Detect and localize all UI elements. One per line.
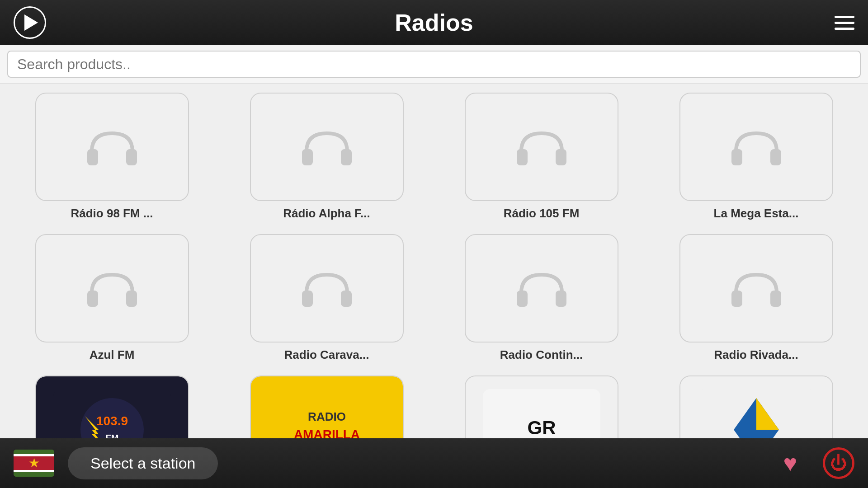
station-card[interactable]: La Mega Esta... <box>658 93 854 221</box>
station-name: La Mega Esta... <box>714 206 799 221</box>
svg-rect-13 <box>556 291 566 307</box>
headphone-icon <box>83 261 142 315</box>
svg-rect-10 <box>302 291 313 307</box>
power-button[interactable]: ⏻ <box>823 447 854 479</box>
page-title: Radios <box>395 9 473 36</box>
radio-103-logo-svg: 103.9 FM <box>53 389 171 439</box>
station-icon-box-logo: 103.9 FM <box>35 375 189 439</box>
station-card[interactable]: GR RADIO GR Radio <box>443 375 640 439</box>
power-icon: ⏻ <box>830 454 847 473</box>
svg-rect-5 <box>556 149 566 165</box>
svg-rect-12 <box>517 291 528 307</box>
country-flag: ★ <box>14 450 54 477</box>
svg-rect-8 <box>87 291 98 307</box>
station-name: Azul FM <box>90 348 135 362</box>
station-card[interactable]: RADIO Diamond Radio <box>658 375 854 439</box>
station-card[interactable]: Radio Carava... <box>228 234 425 362</box>
station-card[interactable]: RADIO AMARILLA ● Radio Amarilla <box>228 375 425 439</box>
gr-radio-logo-svg: GR RADIO <box>483 389 600 439</box>
station-card[interactable]: Rádio Alpha F... <box>228 93 425 221</box>
headphone-icon <box>512 261 571 315</box>
station-name: Rádio 105 FM <box>504 206 580 221</box>
play-icon <box>24 14 38 31</box>
app-header: Radios <box>0 0 868 45</box>
svg-rect-7 <box>770 149 781 165</box>
svg-rect-6 <box>731 149 742 165</box>
station-icon-box <box>465 93 618 201</box>
station-icon-box <box>250 234 404 343</box>
svg-text:GR: GR <box>527 417 556 438</box>
headphone-icon <box>512 120 571 174</box>
headphone-icon <box>297 120 356 174</box>
station-logo-gr: GR RADIO <box>466 376 618 439</box>
search-input[interactable] <box>7 51 861 78</box>
svg-rect-9 <box>126 291 137 307</box>
svg-rect-11 <box>341 291 352 307</box>
station-icon-box-logo: RADIO AMARILLA ● <box>250 375 404 439</box>
svg-text:103.9: 103.9 <box>96 414 127 428</box>
station-card[interactable]: Azul FM <box>14 234 210 362</box>
headphone-icon <box>727 120 786 174</box>
station-card[interactable]: Rádio 98 FM ... <box>14 93 210 221</box>
play-button[interactable] <box>14 6 46 39</box>
station-icon-box-logo: RADIO <box>679 375 833 439</box>
station-name: Rádio 98 FM ... <box>71 206 153 221</box>
bottom-bar: ★ Select a station ♥ ⏻ <box>0 438 868 488</box>
headphone-icon <box>727 261 786 315</box>
station-icon-box <box>679 234 833 343</box>
svg-rect-4 <box>517 149 528 165</box>
station-icon-box <box>679 93 833 201</box>
station-name: Radio Contin... <box>500 348 583 362</box>
menu-button[interactable] <box>835 16 854 30</box>
station-icon-box <box>250 93 404 201</box>
station-card[interactable]: Radio Rivada... <box>658 234 854 362</box>
station-card[interactable]: Rádio 105 FM <box>443 93 640 221</box>
hamburger-line-2 <box>835 22 854 24</box>
station-logo-diamond: RADIO <box>680 376 832 439</box>
svg-text:RADIO: RADIO <box>308 410 346 423</box>
svg-rect-14 <box>731 291 742 307</box>
station-grid: Rádio 98 FM ... Rádio Alpha F... Rádio 1… <box>0 84 868 439</box>
station-name: Radio Carava... <box>284 348 369 362</box>
hamburger-line-1 <box>835 16 854 18</box>
headphone-icon <box>297 261 356 315</box>
svg-rect-0 <box>87 149 98 165</box>
station-logo-103: 103.9 FM <box>36 376 188 439</box>
svg-rect-2 <box>302 149 313 165</box>
station-name: Rádio Alpha F... <box>283 206 370 221</box>
station-card[interactable]: 103.9 FM 103.9 FM <box>14 375 210 439</box>
svg-rect-15 <box>770 291 781 307</box>
svg-rect-1 <box>126 149 137 165</box>
hamburger-line-3 <box>835 28 854 30</box>
station-icon-box-logo: GR RADIO <box>465 375 618 439</box>
flag-star: ★ <box>28 457 40 469</box>
radio-amarilla-logo-svg: RADIO AMARILLA ● <box>268 389 386 439</box>
station-icon-box <box>465 234 618 343</box>
station-icon-box <box>35 93 189 201</box>
station-logo-amarilla: RADIO AMARILLA ● <box>251 376 403 439</box>
svg-text:AMARILLA: AMARILLA <box>293 427 359 439</box>
station-icon-box <box>35 234 189 343</box>
station-card[interactable]: Radio Contin... <box>443 234 640 362</box>
diamond-radio-logo-svg: RADIO <box>698 389 815 439</box>
heart-icon: ♥ <box>783 450 797 477</box>
search-container <box>0 45 868 84</box>
svg-rect-3 <box>341 149 352 165</box>
favorites-button[interactable]: ♥ <box>776 449 805 478</box>
select-station-button[interactable]: Select a station <box>68 447 218 479</box>
headphone-icon <box>83 120 142 174</box>
bottom-right-controls: ♥ ⏻ <box>776 447 854 479</box>
station-name: Radio Rivada... <box>714 348 798 362</box>
